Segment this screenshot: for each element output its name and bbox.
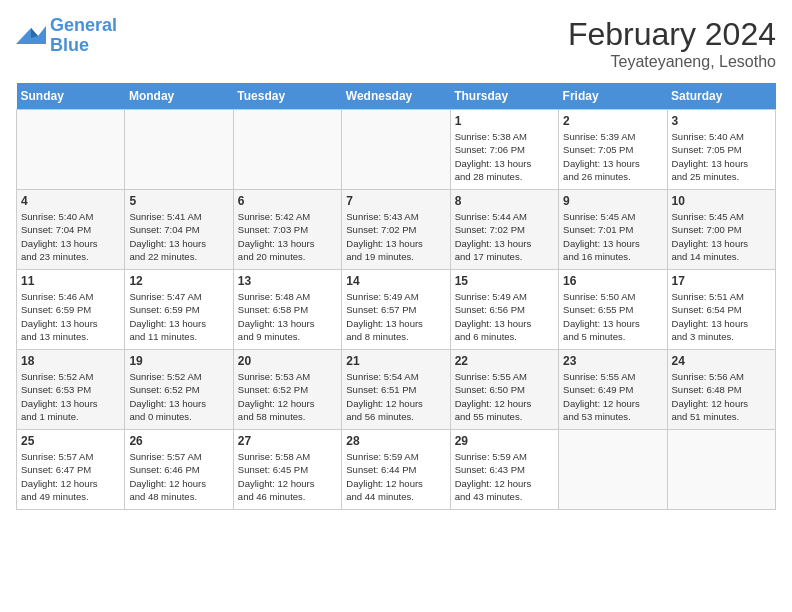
- logo-icon: [16, 24, 46, 48]
- day-header-monday: Monday: [125, 83, 233, 110]
- day-number: 18: [21, 354, 120, 368]
- calendar-cell: [667, 430, 775, 510]
- calendar-cell: 2Sunrise: 5:39 AM Sunset: 7:05 PM Daylig…: [559, 110, 667, 190]
- day-info: Sunrise: 5:57 AM Sunset: 6:47 PM Dayligh…: [21, 450, 120, 503]
- day-number: 5: [129, 194, 228, 208]
- day-info: Sunrise: 5:45 AM Sunset: 7:00 PM Dayligh…: [672, 210, 771, 263]
- day-info: Sunrise: 5:52 AM Sunset: 6:52 PM Dayligh…: [129, 370, 228, 423]
- calendar-cell: 28Sunrise: 5:59 AM Sunset: 6:44 PM Dayli…: [342, 430, 450, 510]
- day-info: Sunrise: 5:44 AM Sunset: 7:02 PM Dayligh…: [455, 210, 554, 263]
- calendar-cell: 11Sunrise: 5:46 AM Sunset: 6:59 PM Dayli…: [17, 270, 125, 350]
- location-title: Teyateyaneng, Lesotho: [568, 53, 776, 71]
- day-info: Sunrise: 5:59 AM Sunset: 6:43 PM Dayligh…: [455, 450, 554, 503]
- calendar-cell: 29Sunrise: 5:59 AM Sunset: 6:43 PM Dayli…: [450, 430, 558, 510]
- calendar-cell: [17, 110, 125, 190]
- day-number: 24: [672, 354, 771, 368]
- day-number: 22: [455, 354, 554, 368]
- calendar-cell: 12Sunrise: 5:47 AM Sunset: 6:59 PM Dayli…: [125, 270, 233, 350]
- calendar-cell: 6Sunrise: 5:42 AM Sunset: 7:03 PM Daylig…: [233, 190, 341, 270]
- day-info: Sunrise: 5:38 AM Sunset: 7:06 PM Dayligh…: [455, 130, 554, 183]
- calendar-cell: 9Sunrise: 5:45 AM Sunset: 7:01 PM Daylig…: [559, 190, 667, 270]
- day-info: Sunrise: 5:52 AM Sunset: 6:53 PM Dayligh…: [21, 370, 120, 423]
- day-number: 15: [455, 274, 554, 288]
- day-number: 23: [563, 354, 662, 368]
- calendar-cell: 8Sunrise: 5:44 AM Sunset: 7:02 PM Daylig…: [450, 190, 558, 270]
- day-header-wednesday: Wednesday: [342, 83, 450, 110]
- day-number: 12: [129, 274, 228, 288]
- day-info: Sunrise: 5:46 AM Sunset: 6:59 PM Dayligh…: [21, 290, 120, 343]
- day-number: 21: [346, 354, 445, 368]
- day-number: 17: [672, 274, 771, 288]
- calendar-cell: 5Sunrise: 5:41 AM Sunset: 7:04 PM Daylig…: [125, 190, 233, 270]
- day-info: Sunrise: 5:41 AM Sunset: 7:04 PM Dayligh…: [129, 210, 228, 263]
- day-info: Sunrise: 5:56 AM Sunset: 6:48 PM Dayligh…: [672, 370, 771, 423]
- title-block: February 2024 Teyateyaneng, Lesotho: [568, 16, 776, 71]
- day-number: 25: [21, 434, 120, 448]
- day-info: Sunrise: 5:58 AM Sunset: 6:45 PM Dayligh…: [238, 450, 337, 503]
- day-info: Sunrise: 5:55 AM Sunset: 6:49 PM Dayligh…: [563, 370, 662, 423]
- calendar-cell: 10Sunrise: 5:45 AM Sunset: 7:00 PM Dayli…: [667, 190, 775, 270]
- day-header-tuesday: Tuesday: [233, 83, 341, 110]
- calendar-cell: [342, 110, 450, 190]
- calendar-cell: 20Sunrise: 5:53 AM Sunset: 6:52 PM Dayli…: [233, 350, 341, 430]
- day-number: 4: [21, 194, 120, 208]
- calendar-cell: 17Sunrise: 5:51 AM Sunset: 6:54 PM Dayli…: [667, 270, 775, 350]
- calendar-cell: 3Sunrise: 5:40 AM Sunset: 7:05 PM Daylig…: [667, 110, 775, 190]
- calendar-week-row: 25Sunrise: 5:57 AM Sunset: 6:47 PM Dayli…: [17, 430, 776, 510]
- calendar-cell: 15Sunrise: 5:49 AM Sunset: 6:56 PM Dayli…: [450, 270, 558, 350]
- calendar-table: SundayMondayTuesdayWednesdayThursdayFrid…: [16, 83, 776, 510]
- day-info: Sunrise: 5:40 AM Sunset: 7:05 PM Dayligh…: [672, 130, 771, 183]
- calendar-cell: 1Sunrise: 5:38 AM Sunset: 7:06 PM Daylig…: [450, 110, 558, 190]
- calendar-week-row: 1Sunrise: 5:38 AM Sunset: 7:06 PM Daylig…: [17, 110, 776, 190]
- logo-blue: Blue: [50, 35, 89, 55]
- day-info: Sunrise: 5:49 AM Sunset: 6:57 PM Dayligh…: [346, 290, 445, 343]
- calendar-cell: [125, 110, 233, 190]
- day-info: Sunrise: 5:53 AM Sunset: 6:52 PM Dayligh…: [238, 370, 337, 423]
- day-number: 13: [238, 274, 337, 288]
- day-number: 19: [129, 354, 228, 368]
- logo: General Blue: [16, 16, 117, 56]
- calendar-cell: 18Sunrise: 5:52 AM Sunset: 6:53 PM Dayli…: [17, 350, 125, 430]
- logo-general: General: [50, 15, 117, 35]
- day-info: Sunrise: 5:55 AM Sunset: 6:50 PM Dayligh…: [455, 370, 554, 423]
- day-info: Sunrise: 5:50 AM Sunset: 6:55 PM Dayligh…: [563, 290, 662, 343]
- day-number: 9: [563, 194, 662, 208]
- day-header-saturday: Saturday: [667, 83, 775, 110]
- calendar-cell: 23Sunrise: 5:55 AM Sunset: 6:49 PM Dayli…: [559, 350, 667, 430]
- calendar-cell: 26Sunrise: 5:57 AM Sunset: 6:46 PM Dayli…: [125, 430, 233, 510]
- day-number: 3: [672, 114, 771, 128]
- day-info: Sunrise: 5:57 AM Sunset: 6:46 PM Dayligh…: [129, 450, 228, 503]
- day-number: 16: [563, 274, 662, 288]
- day-number: 10: [672, 194, 771, 208]
- day-header-thursday: Thursday: [450, 83, 558, 110]
- logo-text: General Blue: [50, 16, 117, 56]
- day-number: 1: [455, 114, 554, 128]
- day-info: Sunrise: 5:48 AM Sunset: 6:58 PM Dayligh…: [238, 290, 337, 343]
- calendar-cell: [559, 430, 667, 510]
- calendar-cell: 16Sunrise: 5:50 AM Sunset: 6:55 PM Dayli…: [559, 270, 667, 350]
- calendar-cell: [233, 110, 341, 190]
- day-info: Sunrise: 5:39 AM Sunset: 7:05 PM Dayligh…: [563, 130, 662, 183]
- day-info: Sunrise: 5:49 AM Sunset: 6:56 PM Dayligh…: [455, 290, 554, 343]
- day-number: 11: [21, 274, 120, 288]
- day-info: Sunrise: 5:59 AM Sunset: 6:44 PM Dayligh…: [346, 450, 445, 503]
- day-number: 14: [346, 274, 445, 288]
- day-header-sunday: Sunday: [17, 83, 125, 110]
- day-header-friday: Friday: [559, 83, 667, 110]
- calendar-week-row: 4Sunrise: 5:40 AM Sunset: 7:04 PM Daylig…: [17, 190, 776, 270]
- day-number: 2: [563, 114, 662, 128]
- month-title: February 2024: [568, 16, 776, 53]
- calendar-cell: 13Sunrise: 5:48 AM Sunset: 6:58 PM Dayli…: [233, 270, 341, 350]
- calendar-cell: 14Sunrise: 5:49 AM Sunset: 6:57 PM Dayli…: [342, 270, 450, 350]
- page-header: General Blue February 2024 Teyateyaneng,…: [16, 16, 776, 71]
- day-number: 26: [129, 434, 228, 448]
- day-info: Sunrise: 5:40 AM Sunset: 7:04 PM Dayligh…: [21, 210, 120, 263]
- days-header-row: SundayMondayTuesdayWednesdayThursdayFrid…: [17, 83, 776, 110]
- day-number: 29: [455, 434, 554, 448]
- calendar-cell: 4Sunrise: 5:40 AM Sunset: 7:04 PM Daylig…: [17, 190, 125, 270]
- day-info: Sunrise: 5:47 AM Sunset: 6:59 PM Dayligh…: [129, 290, 228, 343]
- day-number: 28: [346, 434, 445, 448]
- day-number: 8: [455, 194, 554, 208]
- day-info: Sunrise: 5:45 AM Sunset: 7:01 PM Dayligh…: [563, 210, 662, 263]
- calendar-cell: 21Sunrise: 5:54 AM Sunset: 6:51 PM Dayli…: [342, 350, 450, 430]
